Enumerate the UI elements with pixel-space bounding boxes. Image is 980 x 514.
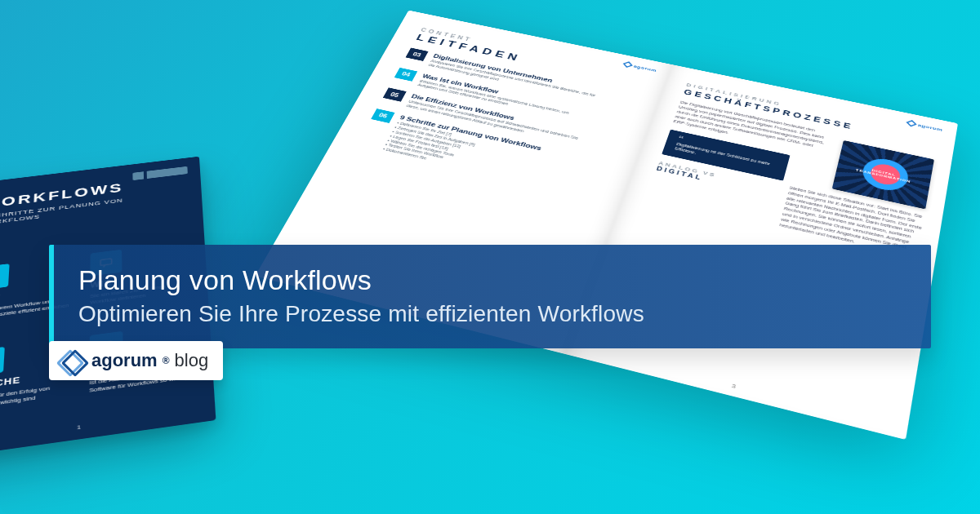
banner-subtitle: Optimieren Sie Ihre Prozesse mit effizie…	[78, 301, 906, 327]
toc-number: 06	[371, 109, 394, 123]
brochure-spread: agorum CONTENT LEITFADEN 03 Digitalisier…	[255, 11, 958, 440]
brochure-cover-subtitle: 9 SCHRITTE ZUR PLANUNG VON WORKFLOWS	[0, 190, 181, 227]
digital-transformation-image	[832, 140, 934, 209]
agorum-logo-icon	[60, 349, 83, 372]
badge-brand: agorum	[91, 350, 158, 371]
page-number: 1	[77, 423, 81, 431]
badge-text: agorum® blog	[91, 350, 208, 371]
brand-mark-icon: agorum	[907, 120, 943, 132]
blog-badge: agorum® blog	[49, 341, 223, 380]
toc-number: 03	[406, 48, 429, 61]
target-icon	[0, 264, 10, 290]
registered-mark: ®	[163, 355, 170, 366]
toc-number: 05	[383, 88, 407, 102]
cover-item-desc: Faktoren für den Erfolg von Workflows wi…	[0, 383, 69, 411]
banner-title: Planung von Workflows	[78, 264, 906, 296]
headline-banner: Planung von Workflows Optimieren Sie Ihr…	[49, 245, 931, 348]
page-number: 3	[731, 383, 737, 390]
toc-number: 04	[394, 68, 417, 82]
nodes-icon	[0, 347, 5, 377]
badge-suffix: blog	[175, 350, 209, 371]
